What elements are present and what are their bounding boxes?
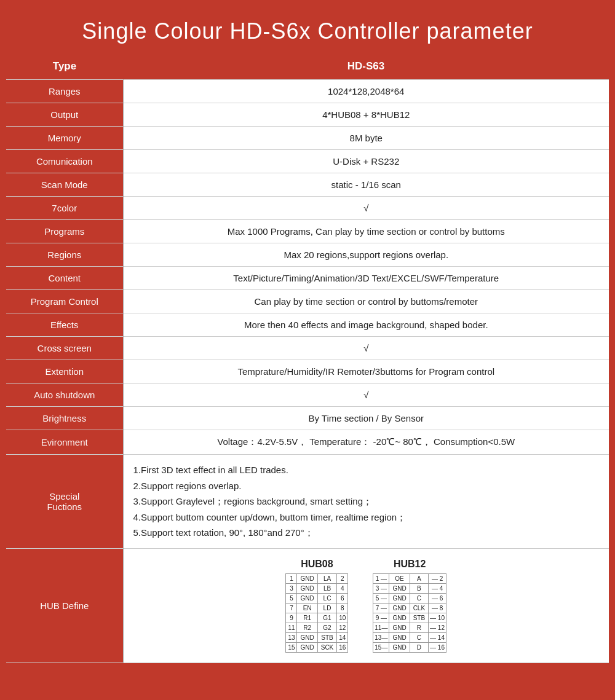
hub08-pin-b: 2: [337, 573, 348, 583]
row-value: 4*HUB08 + 8*HUB12: [123, 103, 609, 127]
hub08-label-b: G1: [317, 613, 337, 623]
hub08-pin: 5: [286, 593, 297, 603]
hub12-label-b: R: [410, 623, 428, 632]
table-row: Brightness By Time section / By Sensor: [6, 407, 609, 430]
hub08-label-a: GND: [297, 583, 317, 593]
hub12-pin-b: — 12: [429, 623, 446, 632]
row-label: Ranges: [6, 80, 123, 103]
row-value: Can play by time section or control by b…: [123, 290, 609, 313]
hub08-pin-b: 12: [337, 623, 348, 632]
row-label: Output: [6, 103, 123, 127]
table-row: 7color √: [6, 197, 609, 220]
row-label: Scan Mode: [6, 173, 123, 197]
hub12-pin: 9 —: [373, 613, 389, 623]
row-value: Temprature/Humidity/IR Remoter/3buttoms …: [123, 360, 609, 383]
row-value: static - 1/16 scan: [123, 173, 609, 197]
hub12-label-b: C: [410, 593, 428, 603]
hub-label: HUB Define: [6, 548, 123, 663]
row-value: U-Disk + RS232: [123, 150, 609, 173]
row-label: Memory: [6, 127, 123, 150]
hub08-pin: 15: [286, 642, 297, 652]
hub12-label-a: GND: [389, 613, 410, 623]
hub08-pin: 7: [286, 603, 297, 613]
row-label: Brightness: [6, 407, 123, 430]
hub08-label-a: R2: [297, 623, 317, 632]
row-label: Program Control: [6, 290, 123, 313]
table-row: Evironment Voltage：4.2V-5.5V， Temperatur…: [6, 430, 609, 455]
hub12-label-a: OE: [389, 573, 410, 583]
row-value: Voltage：4.2V-5.5V， Temperature： -20℃~ 80…: [123, 430, 609, 455]
page-title: Single Colour HD-S6x Controller paramete…: [6, 6, 609, 53]
hub12-pin: 3 —: [373, 583, 389, 593]
hub08-label-b: SCK: [317, 642, 337, 652]
hub12-pin-b: — 2: [429, 573, 446, 583]
hub12-label-b: A: [410, 573, 428, 583]
hub08-pin: 9: [286, 613, 297, 623]
hub08-label-b: STB: [317, 632, 337, 642]
special-value: 1.First 3D text effect in all LED trades…: [123, 455, 609, 549]
hub12-label-b: CLK: [410, 603, 428, 613]
table-row: Memory 8M byte: [6, 127, 609, 150]
hub12-pin: 15—: [373, 642, 389, 652]
page-wrapper: Single Colour HD-S6x Controller paramete…: [0, 0, 615, 672]
row-label: Regions: [6, 243, 123, 267]
hub12-label-a: GND: [389, 603, 410, 613]
table-row: Program Control Can play by time section…: [6, 290, 609, 313]
hub12-pin-b: — 16: [429, 642, 446, 652]
hub08-label-b: LB: [317, 583, 337, 593]
row-label: Cross screen: [6, 337, 123, 360]
hub12-pin-b: — 4: [429, 583, 446, 593]
hub08-label-b: LC: [317, 593, 337, 603]
header-value: HD-S63: [123, 53, 609, 80]
hub08-pin-b: 14: [337, 632, 348, 642]
hub08-pin-b: 6: [337, 593, 348, 603]
row-value: 1024*128,2048*64: [123, 80, 609, 103]
hub12-pin: 13—: [373, 632, 389, 642]
row-value: 8M byte: [123, 127, 609, 150]
row-value: Max 1000 Programs, Can play by time sect…: [123, 220, 609, 243]
hub12-section: HUB12 1 — OE A — 2 3 — GND B — 4 5 — GND…: [373, 559, 446, 653]
hub12-pin: 5 —: [373, 593, 389, 603]
row-label: Programs: [6, 220, 123, 243]
hub12-title: HUB12: [373, 559, 446, 570]
hub08-pin-b: 10: [337, 613, 348, 623]
hub08-label-a: R1: [297, 613, 317, 623]
hub08-pin-b: 4: [337, 583, 348, 593]
hub12-label-a: GND: [389, 583, 410, 593]
special-label: SpecialFuctions: [6, 455, 123, 549]
hub12-label-b: C: [410, 632, 428, 642]
table-row: Comunication U-Disk + RS232: [6, 150, 609, 173]
hub-define-row: HUB Define HUB08 1 GND LA 2 3 GND LB 4 5…: [6, 548, 609, 663]
table-row: Content Text/Picture/Timing/Animation/3D…: [6, 267, 609, 290]
header-label: Type: [6, 53, 123, 80]
hub12-pin-b: — 8: [429, 603, 446, 613]
row-value: Text/Picture/Timing/Animation/3D Text/EX…: [123, 267, 609, 290]
hub12-pin: 11—: [373, 623, 389, 632]
hub12-pin-b: — 14: [429, 632, 446, 642]
row-value: √: [123, 337, 609, 360]
hub12-label-b: D: [410, 642, 428, 652]
hub08-section: HUB08 1 GND LA 2 3 GND LB 4 5 GND LC 6 7…: [285, 559, 348, 653]
hub08-label-a: GND: [297, 642, 317, 652]
hub12-label-a: GND: [389, 593, 410, 603]
hub08-title: HUB08: [285, 559, 348, 570]
hub08-pin: 13: [286, 632, 297, 642]
row-label: Comunication: [6, 150, 123, 173]
hub12-label-b: STB: [410, 613, 428, 623]
hub12-label-a: GND: [389, 642, 410, 652]
hub08-label-a: GND: [297, 632, 317, 642]
row-label: Evironment: [6, 430, 123, 455]
hub-container: HUB08 1 GND LA 2 3 GND LB 4 5 GND LC 6 7…: [285, 559, 446, 653]
hub08-pin-b: 16: [337, 642, 348, 652]
row-label: Content: [6, 267, 123, 290]
hub08-label-a: GND: [297, 573, 317, 583]
hub08-table: 1 GND LA 2 3 GND LB 4 5 GND LC 6 7 EN LD…: [285, 573, 348, 653]
table-row: Cross screen √: [6, 337, 609, 360]
hub08-label-b: LD: [317, 603, 337, 613]
table-row: Output 4*HUB08 + 8*HUB12: [6, 103, 609, 127]
row-value: √: [123, 197, 609, 220]
table-row: Ranges 1024*128,2048*64: [6, 80, 609, 103]
table-row: Auto shutdown √: [6, 383, 609, 407]
row-value: Max 20 regions,support regions overlap.: [123, 243, 609, 267]
hub08-label-b: G2: [317, 623, 337, 632]
